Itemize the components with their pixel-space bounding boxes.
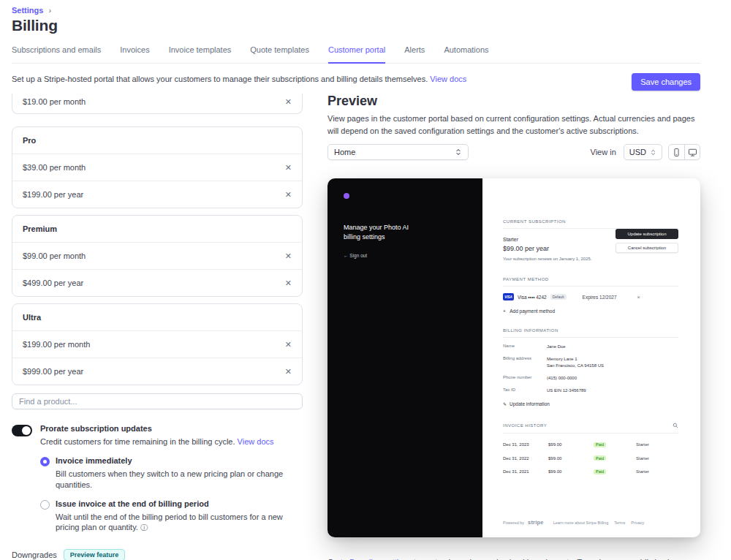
preview-controls: Home View in USD	[327, 144, 700, 160]
page-header: Settings › Billing Subscriptions and ema…	[0, 0, 731, 91]
update-information-label: Update information	[510, 401, 550, 406]
page-title: Billing	[12, 17, 700, 34]
tab-customer-portal[interactable]: Customer portal	[328, 45, 385, 64]
price-label: $199.00 per month	[23, 340, 90, 349]
breadcrumb: Settings ›	[12, 6, 700, 15]
prorate-toggle[interactable]	[12, 425, 32, 436]
sign-out-arrow-icon: ←	[344, 253, 349, 258]
invoice-plan: Starter	[636, 456, 678, 461]
remove-price-button[interactable]: ✕	[285, 98, 292, 106]
intro-row: Set up a Stripe-hosted portal that allow…	[12, 64, 700, 91]
toggle-knob	[22, 426, 31, 435]
info-label: Name	[503, 344, 547, 350]
portal-footer: Powered by stripe Learn more about Strip…	[503, 519, 678, 526]
remove-price-button[interactable]: ✕	[285, 191, 292, 199]
invoice-immediately-radio[interactable]	[40, 457, 50, 466]
section-title: BILLING INFORMATION	[503, 328, 558, 333]
remove-price-button[interactable]: ✕	[285, 252, 292, 260]
price-label: $39.00 per month	[23, 163, 86, 172]
intro-text: Set up a Stripe-hosted portal that allow…	[12, 73, 466, 86]
prorate-view-docs-link[interactable]: View docs	[238, 437, 274, 446]
product-box-ultra: Ultra $199.00 per month ✕ $999.00 per ye…	[12, 303, 303, 385]
prorate-description: Credit customers for time remaining in t…	[40, 436, 274, 447]
issue-invoice-end-radio[interactable]	[40, 500, 50, 510]
info-row-name: Name Jane Doe	[503, 344, 678, 350]
update-information-link[interactable]: ✎ Update information	[503, 401, 678, 406]
tab-quote-templates[interactable]: Quote templates	[250, 45, 309, 63]
prorate-description-text: Credit customers for time remaining in t…	[40, 437, 235, 446]
save-changes-button[interactable]: Save changes	[632, 73, 700, 91]
preview-title: Preview	[327, 94, 700, 109]
billing-information-block: BILLING INFORMATION Name Jane Doe Billin…	[503, 328, 678, 406]
powered-by-label: Powered by	[503, 521, 524, 525]
tab-automations[interactable]: Automations	[444, 45, 488, 63]
configuration-panel: $19.00 per month ✕ Pro $39.00 per month …	[12, 94, 303, 560]
product-box-pro: Pro $39.00 per month ✕ $199.00 per year …	[12, 126, 303, 208]
intro-view-docs-link[interactable]: View docs	[430, 75, 466, 83]
invoice-plan: Starter	[636, 469, 678, 474]
tab-bar: Subscriptions and emails Invoices Invoic…	[12, 45, 700, 64]
select-chevrons-icon	[455, 148, 462, 156]
remove-price-button[interactable]: ✕	[285, 279, 292, 287]
add-payment-method-link[interactable]: + Add payment method	[503, 309, 678, 314]
option-issue-invoice-end: Issue invoice at the end of billing peri…	[40, 499, 303, 534]
info-icon[interactable]: ⓘ	[140, 523, 148, 531]
info-label: Tax ID	[503, 387, 547, 394]
prorate-section: Prorate subscription updates Credit cust…	[12, 424, 303, 447]
invoice-row[interactable]: Dec 31, 2023 $99.00 Paid Starter	[503, 442, 678, 447]
paid-badge: Paid	[594, 469, 606, 474]
pencil-icon: ✎	[503, 401, 507, 406]
remove-price-button[interactable]: ✕	[285, 341, 292, 349]
address-line-1: Memory Lane 1	[547, 357, 577, 361]
info-row-tax-id: Tax ID US EIN 12-3456789	[503, 387, 678, 394]
preview-panel: Preview View pages in the customer porta…	[327, 94, 700, 560]
invoice-amount: $99.00	[548, 456, 594, 461]
remove-card-button[interactable]: ×	[637, 295, 640, 300]
tab-alerts[interactable]: Alerts	[404, 45, 425, 63]
billing-information-header: BILLING INFORMATION	[503, 328, 678, 338]
paid-badge: Paid	[594, 455, 606, 461]
find-product-input[interactable]	[12, 393, 303, 409]
portal-page-select[interactable]: Home	[327, 144, 469, 160]
tab-subscriptions-and-emails[interactable]: Subscriptions and emails	[12, 45, 101, 63]
price-label: $19.00 per month	[23, 97, 86, 106]
view-in-label: View in	[591, 148, 616, 156]
learn-more-link[interactable]: Learn more about Stripe Billing	[553, 521, 609, 525]
invoice-row[interactable]: Dec 31, 2022 $99.00 Paid Starter	[503, 455, 678, 461]
price-row: $39.00 per month ✕	[12, 154, 302, 181]
select-chevrons-icon	[650, 149, 656, 156]
terms-link[interactable]: Terms	[614, 521, 625, 525]
remove-price-button[interactable]: ✕	[285, 164, 292, 172]
sign-out-link[interactable]: ← Sign out	[344, 253, 482, 258]
desktop-view-button[interactable]	[684, 145, 700, 159]
update-subscription-button[interactable]: Update subscription	[616, 229, 678, 239]
invoice-plan: Starter	[636, 442, 678, 447]
invoice-amount: $99.00	[548, 469, 594, 474]
address-line-2: San Francisco, CA 94158 US	[547, 363, 604, 368]
paid-badge: Paid	[594, 442, 606, 447]
cancel-subscription-button[interactable]: Cancel subscription	[616, 243, 678, 253]
mobile-icon	[672, 148, 681, 157]
option-label: Issue invoice at the end of billing peri…	[56, 499, 298, 508]
info-label: Phone number	[503, 375, 547, 382]
remove-price-button[interactable]: ✕	[285, 368, 292, 376]
product-name: Premium	[12, 216, 302, 242]
footer-links: Learn more about Stripe Billing Terms Pr…	[553, 521, 645, 525]
subscription-buttons: Update subscription Cancel subscription	[616, 229, 678, 253]
portal-content: CURRENT SUBSCRIPTION Starter $99.00 per …	[482, 178, 700, 537]
default-badge: Default	[550, 294, 567, 300]
visa-icon: VISA	[503, 293, 514, 300]
desktop-icon	[688, 148, 697, 157]
option-label: Invoice immediately	[56, 456, 298, 465]
mobile-view-button[interactable]	[669, 145, 684, 159]
breadcrumb-settings-link[interactable]: Settings	[12, 6, 43, 15]
privacy-link[interactable]: Privacy	[631, 521, 644, 525]
tab-invoice-templates[interactable]: Invoice templates	[169, 45, 232, 63]
portal-heading: Manage your Photo AI billing settings	[344, 223, 421, 242]
search-icon[interactable]	[673, 423, 678, 428]
card-expiry: Expires 12/2027	[583, 295, 617, 300]
option-description-text: Wait until the end of the billing period…	[56, 512, 283, 532]
invoice-row[interactable]: Dec 31, 2021 $99.00 Paid Starter	[503, 469, 678, 474]
currency-select[interactable]: USD	[624, 144, 662, 160]
tab-invoices[interactable]: Invoices	[120, 45, 149, 63]
